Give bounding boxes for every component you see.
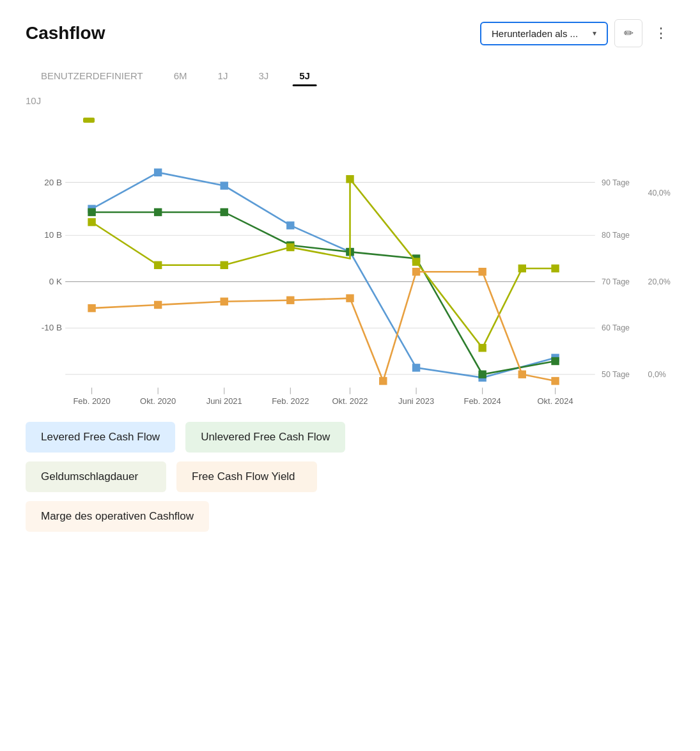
svg-rect-33 <box>88 218 95 226</box>
svg-rect-48 <box>412 268 420 275</box>
svg-rect-22 <box>412 364 420 371</box>
svg-rect-42 <box>88 304 95 312</box>
svg-rect-37 <box>346 175 354 183</box>
svg-rect-32 <box>551 357 559 365</box>
svg-text:90 Tage: 90 Tage <box>602 178 630 187</box>
svg-rect-31 <box>478 371 486 378</box>
svg-rect-47 <box>379 377 387 385</box>
svg-text:Juni 2023: Juni 2023 <box>398 396 434 406</box>
svg-rect-35 <box>221 261 228 269</box>
svg-rect-44 <box>221 298 228 306</box>
legend-row-1: Levered Free Cash Flow Unlevered Free Ca… <box>26 422 674 453</box>
svg-rect-20 <box>286 221 294 229</box>
legend-marge[interactable]: Marge des operativen Cashflow <box>26 501 209 532</box>
svg-rect-25 <box>88 208 95 216</box>
legend-fcf-yield[interactable]: Free Cash Flow Yield <box>176 461 317 492</box>
svg-text:Okt. 2022: Okt. 2022 <box>332 396 368 406</box>
svg-text:Feb. 2024: Feb. 2024 <box>464 396 501 406</box>
tab-1j[interactable]: 1J <box>203 65 244 86</box>
legend-section: Levered Free Cash Flow Unlevered Free Ca… <box>26 422 674 532</box>
svg-rect-38 <box>412 258 420 265</box>
tab-10j[interactable]: 10J <box>26 90 56 111</box>
indicator-color-box <box>83 118 95 123</box>
svg-text:Okt. 2024: Okt. 2024 <box>538 396 573 406</box>
svg-text:Juni 2021: Juni 2021 <box>206 396 242 406</box>
legend-row-2: Geldumschlagdauer Free Cash Flow Yield <box>26 461 674 492</box>
more-icon: ⋮ <box>654 25 669 41</box>
svg-rect-40 <box>518 265 526 272</box>
svg-text:-10 B: -10 B <box>42 323 62 332</box>
svg-text:Feb. 2020: Feb. 2020 <box>73 396 110 406</box>
svg-rect-34 <box>154 261 162 269</box>
svg-text:0,0%: 0,0% <box>648 370 666 379</box>
time-tabs-row1: BENUTZERDEFINIERT 6M 1J 3J 5J <box>26 65 674 86</box>
tab-3j[interactable]: 3J <box>243 65 284 86</box>
svg-text:Okt. 2020: Okt. 2020 <box>140 396 176 406</box>
legend-geldumschlag[interactable]: Geldumschlagdauer <box>26 461 166 492</box>
download-button[interactable]: Herunterladen als ... ▾ <box>480 22 608 45</box>
svg-text:20 B: 20 B <box>44 178 62 187</box>
svg-rect-43 <box>154 301 162 309</box>
svg-rect-51 <box>551 377 559 385</box>
legend-row-3: Marge des operativen Cashflow <box>26 501 674 532</box>
download-label: Herunterladen als ... <box>492 28 578 39</box>
more-options-button[interactable]: ⋮ <box>649 22 674 44</box>
header-actions: Herunterladen als ... ▾ ✏ ⋮ <box>480 19 674 47</box>
tab-6m[interactable]: 6M <box>159 65 203 86</box>
svg-rect-41 <box>551 265 559 272</box>
svg-rect-36 <box>286 244 294 251</box>
tab-5j[interactable]: 5J <box>284 65 325 86</box>
svg-text:0 K: 0 K <box>49 277 62 286</box>
chart-legend-indicator <box>83 118 674 123</box>
svg-rect-49 <box>478 268 486 275</box>
svg-rect-26 <box>154 208 162 216</box>
chevron-down-icon: ▾ <box>593 29 596 38</box>
svg-rect-39 <box>478 344 486 352</box>
svg-rect-50 <box>518 371 526 378</box>
svg-rect-46 <box>346 294 354 302</box>
svg-rect-18 <box>154 169 162 176</box>
svg-rect-27 <box>221 208 228 216</box>
page-header: Cashflow Herunterladen als ... ▾ ✏ ⋮ <box>26 19 674 47</box>
time-tabs-row2: 10J <box>26 90 674 111</box>
svg-text:20,0%: 20,0% <box>648 277 671 286</box>
svg-text:50 Tage: 50 Tage <box>602 370 630 379</box>
chart-area: 20 B 10 B 0 K -10 B 90 Tage 80 Tage 70 T… <box>26 128 674 409</box>
svg-rect-19 <box>221 182 228 189</box>
svg-text:10 B: 10 B <box>44 230 62 240</box>
edit-button[interactable]: ✏ <box>614 19 642 47</box>
legend-unlevered[interactable]: Unlevered Free Cash Flow <box>185 422 345 453</box>
legend-levered[interactable]: Levered Free Cash Flow <box>26 422 175 453</box>
svg-rect-45 <box>286 297 294 304</box>
svg-text:Feb. 2022: Feb. 2022 <box>272 396 309 406</box>
chart-svg: 20 B 10 B 0 K -10 B 90 Tage 80 Tage 70 T… <box>26 128 674 409</box>
edit-icon: ✏ <box>624 26 634 40</box>
page-title: Cashflow <box>26 23 105 43</box>
tab-custom[interactable]: BENUTZERDEFINIERT <box>26 65 159 86</box>
svg-text:70 Tage: 70 Tage <box>602 277 630 286</box>
svg-text:60 Tage: 60 Tage <box>602 323 630 332</box>
svg-text:40,0%: 40,0% <box>648 189 671 197</box>
svg-text:80 Tage: 80 Tage <box>602 231 630 240</box>
